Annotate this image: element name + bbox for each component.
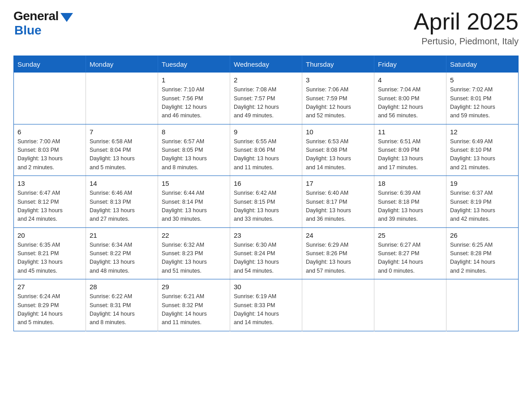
day-info: Sunrise: 6:58 AM Sunset: 8:04 PM Dayligh… xyxy=(90,137,154,172)
day-of-week-header: Saturday xyxy=(446,56,519,73)
day-number: 2 xyxy=(234,76,298,84)
day-info: Sunrise: 6:21 AM Sunset: 8:32 PM Dayligh… xyxy=(162,292,226,327)
day-info: Sunrise: 6:40 AM Sunset: 8:17 PM Dayligh… xyxy=(306,189,370,224)
day-number: 4 xyxy=(378,76,442,84)
day-number: 7 xyxy=(90,128,154,136)
day-info: Sunrise: 6:44 AM Sunset: 8:14 PM Dayligh… xyxy=(162,189,226,224)
calendar-week-row: 27Sunrise: 6:24 AM Sunset: 8:29 PM Dayli… xyxy=(14,279,519,331)
calendar-cell: 26Sunrise: 6:25 AM Sunset: 8:28 PM Dayli… xyxy=(446,227,519,279)
day-number: 6 xyxy=(17,128,82,136)
day-number: 26 xyxy=(450,231,515,239)
calendar-table: SundayMondayTuesdayWednesdayThursdayFrid… xyxy=(13,56,519,331)
day-of-week-header: Tuesday xyxy=(158,56,230,73)
day-info: Sunrise: 6:37 AM Sunset: 8:19 PM Dayligh… xyxy=(450,189,515,224)
day-info: Sunrise: 6:30 AM Sunset: 8:24 PM Dayligh… xyxy=(234,241,298,276)
calendar-cell: 25Sunrise: 6:27 AM Sunset: 8:27 PM Dayli… xyxy=(374,227,446,279)
day-number: 16 xyxy=(234,180,298,187)
calendar-cell xyxy=(302,279,374,331)
day-info: Sunrise: 7:04 AM Sunset: 8:00 PM Dayligh… xyxy=(378,86,442,120)
day-info: Sunrise: 6:55 AM Sunset: 8:06 PM Dayligh… xyxy=(234,137,298,172)
calendar-cell: 2Sunrise: 7:08 AM Sunset: 7:57 PM Daylig… xyxy=(230,73,302,124)
calendar-cell: 17Sunrise: 6:40 AM Sunset: 8:17 PM Dayli… xyxy=(302,176,374,228)
logo-triangle-icon xyxy=(60,13,73,22)
day-number: 23 xyxy=(234,231,298,239)
calendar-cell: 4Sunrise: 7:04 AM Sunset: 8:00 PM Daylig… xyxy=(374,73,446,124)
calendar-cell: 23Sunrise: 6:30 AM Sunset: 8:24 PM Dayli… xyxy=(230,227,302,279)
month-year-title: April 2025 xyxy=(414,9,519,34)
page-header: General Blue April 2025 Pertusio, Piedmo… xyxy=(13,9,519,47)
day-info: Sunrise: 6:57 AM Sunset: 8:05 PM Dayligh… xyxy=(162,137,226,172)
day-of-week-header: Monday xyxy=(86,56,158,73)
day-number: 27 xyxy=(17,283,82,291)
calendar-cell: 27Sunrise: 6:24 AM Sunset: 8:29 PM Dayli… xyxy=(14,279,86,331)
day-number: 9 xyxy=(234,128,298,136)
day-info: Sunrise: 6:42 AM Sunset: 8:15 PM Dayligh… xyxy=(234,189,298,224)
calendar-cell xyxy=(446,279,519,331)
day-number: 21 xyxy=(90,231,154,239)
day-info: Sunrise: 6:39 AM Sunset: 8:18 PM Dayligh… xyxy=(378,189,442,224)
calendar-header: SundayMondayTuesdayWednesdayThursdayFrid… xyxy=(14,56,519,73)
logo-general-text: General xyxy=(13,9,59,23)
day-of-week-header: Sunday xyxy=(14,56,86,73)
calendar-cell xyxy=(14,73,86,124)
calendar-body: 1Sunrise: 7:10 AM Sunset: 7:56 PM Daylig… xyxy=(14,73,519,331)
calendar-cell: 22Sunrise: 6:32 AM Sunset: 8:23 PM Dayli… xyxy=(158,227,230,279)
calendar-cell: 9Sunrise: 6:55 AM Sunset: 8:06 PM Daylig… xyxy=(230,124,302,176)
day-of-week-header: Friday xyxy=(374,56,446,73)
day-number: 30 xyxy=(234,283,298,291)
day-header-row: SundayMondayTuesdayWednesdayThursdayFrid… xyxy=(14,56,519,73)
calendar-week-row: 1Sunrise: 7:10 AM Sunset: 7:56 PM Daylig… xyxy=(14,73,519,124)
calendar-cell: 3Sunrise: 7:06 AM Sunset: 7:59 PM Daylig… xyxy=(302,73,374,124)
day-info: Sunrise: 6:25 AM Sunset: 8:28 PM Dayligh… xyxy=(450,241,515,276)
calendar-cell: 11Sunrise: 6:51 AM Sunset: 8:09 PM Dayli… xyxy=(374,124,446,176)
day-info: Sunrise: 7:08 AM Sunset: 7:57 PM Dayligh… xyxy=(234,86,298,120)
calendar-cell: 30Sunrise: 6:19 AM Sunset: 8:33 PM Dayli… xyxy=(230,279,302,331)
day-number: 3 xyxy=(306,76,370,84)
day-number: 20 xyxy=(17,231,82,239)
day-info: Sunrise: 7:02 AM Sunset: 8:01 PM Dayligh… xyxy=(450,86,515,120)
day-number: 10 xyxy=(306,128,370,136)
day-info: Sunrise: 6:22 AM Sunset: 8:31 PM Dayligh… xyxy=(90,292,154,327)
calendar-week-row: 6Sunrise: 7:00 AM Sunset: 8:03 PM Daylig… xyxy=(14,124,519,176)
calendar-cell: 29Sunrise: 6:21 AM Sunset: 8:32 PM Dayli… xyxy=(158,279,230,331)
day-info: Sunrise: 6:34 AM Sunset: 8:22 PM Dayligh… xyxy=(90,241,154,276)
calendar-cell: 12Sunrise: 6:49 AM Sunset: 8:10 PM Dayli… xyxy=(446,124,519,176)
day-number: 15 xyxy=(162,180,226,187)
day-of-week-header: Thursday xyxy=(302,56,374,73)
calendar-cell xyxy=(86,73,158,124)
day-info: Sunrise: 6:29 AM Sunset: 8:26 PM Dayligh… xyxy=(306,241,370,276)
day-number: 12 xyxy=(450,128,515,136)
day-info: Sunrise: 6:47 AM Sunset: 8:12 PM Dayligh… xyxy=(17,189,82,224)
calendar-cell: 18Sunrise: 6:39 AM Sunset: 8:18 PM Dayli… xyxy=(374,176,446,228)
day-number: 17 xyxy=(306,180,370,187)
day-info: Sunrise: 6:24 AM Sunset: 8:29 PM Dayligh… xyxy=(17,292,82,327)
location-text: Pertusio, Piedmont, Italy xyxy=(414,36,519,47)
day-number: 25 xyxy=(378,231,442,239)
logo-blue-text: Blue xyxy=(14,23,42,38)
calendar-cell: 15Sunrise: 6:44 AM Sunset: 8:14 PM Dayli… xyxy=(158,176,230,228)
calendar-cell: 13Sunrise: 6:47 AM Sunset: 8:12 PM Dayli… xyxy=(14,176,86,228)
day-number: 11 xyxy=(378,128,442,136)
day-info: Sunrise: 6:32 AM Sunset: 8:23 PM Dayligh… xyxy=(162,241,226,276)
calendar-cell: 28Sunrise: 6:22 AM Sunset: 8:31 PM Dayli… xyxy=(86,279,158,331)
calendar-cell: 7Sunrise: 6:58 AM Sunset: 8:04 PM Daylig… xyxy=(86,124,158,176)
day-number: 29 xyxy=(162,283,226,291)
day-number: 14 xyxy=(90,180,154,187)
day-number: 5 xyxy=(450,76,515,84)
day-number: 19 xyxy=(450,180,515,187)
day-number: 8 xyxy=(162,128,226,136)
day-info: Sunrise: 6:19 AM Sunset: 8:33 PM Dayligh… xyxy=(234,292,298,327)
calendar-cell: 19Sunrise: 6:37 AM Sunset: 8:19 PM Dayli… xyxy=(446,176,519,228)
calendar-cell: 10Sunrise: 6:53 AM Sunset: 8:08 PM Dayli… xyxy=(302,124,374,176)
calendar-week-row: 20Sunrise: 6:35 AM Sunset: 8:21 PM Dayli… xyxy=(14,227,519,279)
calendar-cell: 20Sunrise: 6:35 AM Sunset: 8:21 PM Dayli… xyxy=(14,227,86,279)
day-number: 24 xyxy=(306,231,370,239)
calendar-cell: 8Sunrise: 6:57 AM Sunset: 8:05 PM Daylig… xyxy=(158,124,230,176)
title-section: April 2025 Pertusio, Piedmont, Italy xyxy=(414,9,519,47)
calendar-cell: 24Sunrise: 6:29 AM Sunset: 8:26 PM Dayli… xyxy=(302,227,374,279)
calendar-week-row: 13Sunrise: 6:47 AM Sunset: 8:12 PM Dayli… xyxy=(14,176,519,228)
day-info: Sunrise: 6:27 AM Sunset: 8:27 PM Dayligh… xyxy=(378,241,442,276)
day-number: 28 xyxy=(90,283,154,291)
day-info: Sunrise: 6:46 AM Sunset: 8:13 PM Dayligh… xyxy=(90,189,154,224)
day-info: Sunrise: 6:35 AM Sunset: 8:21 PM Dayligh… xyxy=(17,241,82,276)
